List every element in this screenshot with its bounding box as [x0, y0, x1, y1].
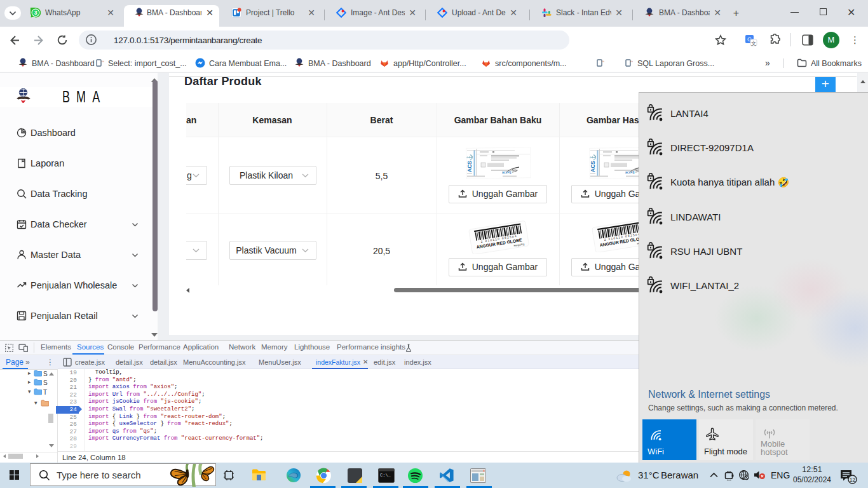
svg-text:‹›: ‹› [602, 59, 604, 63]
svg-text:‹›: ‹› [102, 59, 104, 63]
svg-text:C:\_: C:\_ [380, 473, 391, 478]
svg-text:12: 12 [850, 477, 856, 483]
svg-text:文: 文 [751, 40, 757, 46]
svg-text:3: 3 [34, 10, 37, 16]
svg-text:‹›: ‹› [630, 59, 633, 63]
svg-text:ACS⚓: ACS⚓ [466, 154, 473, 172]
svg-text:ACS⚓: ACS⚓ [590, 154, 597, 172]
